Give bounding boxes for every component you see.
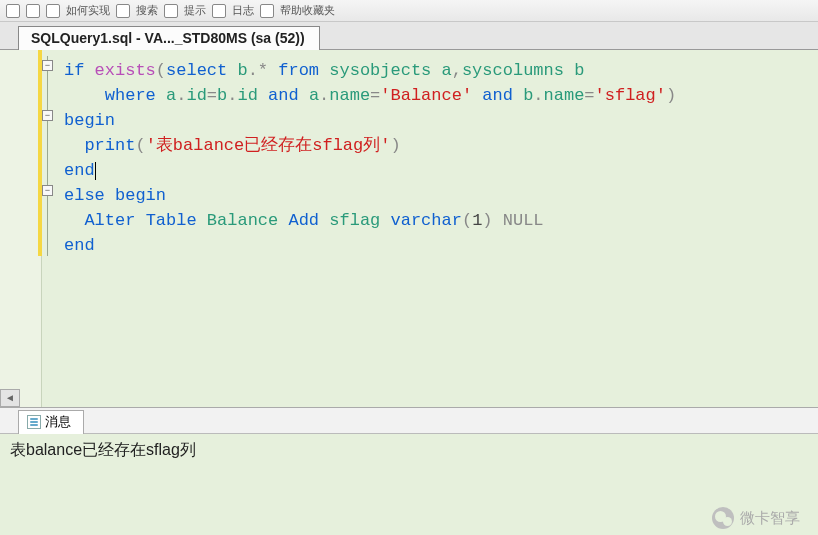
toolbar-icon[interactable] (212, 4, 226, 18)
document-tab[interactable]: SQLQuery1.sql - VA..._STD80MS (sa (52)) (18, 26, 320, 50)
toolbar-icon[interactable] (260, 4, 274, 18)
code-content[interactable]: if exists(select b.* from sysobjects a,s… (42, 50, 818, 407)
toolbar-icon[interactable] (6, 4, 20, 18)
toolbar-label[interactable]: 日志 (232, 3, 254, 18)
tab-title: SQLQuery1.sql - VA..._STD80MS (sa (52)) (31, 30, 305, 46)
toolbar-icon[interactable] (46, 4, 60, 18)
toolbar-label[interactable]: 提示 (184, 3, 206, 18)
messages-tab-label: 消息 (45, 413, 71, 431)
messages-icon (27, 415, 41, 429)
toolbar-icon[interactable] (26, 4, 40, 18)
toolbar-label[interactable]: 帮助收藏夹 (280, 3, 335, 18)
code-editor[interactable]: − − − if exists(select b.* from sysobjec… (0, 50, 818, 408)
watermark-text: 微卡智享 (740, 509, 800, 528)
document-tab-bar: SQLQuery1.sql - VA..._STD80MS (sa (52)) (0, 22, 818, 50)
message-line: 表balance已经存在sflag列 (10, 441, 196, 458)
fold-line (47, 56, 48, 256)
messages-output[interactable]: 表balance已经存在sflag列 微卡智享 (0, 434, 818, 535)
fold-toggle[interactable]: − (42, 110, 53, 121)
toolbar-label[interactable]: 搜索 (136, 3, 158, 18)
fold-toggle[interactable]: − (42, 60, 53, 71)
messages-tab-bar: 消息 (0, 408, 818, 434)
messages-panel: 消息 表balance已经存在sflag列 微卡智享 (0, 408, 818, 535)
toolbar-icon[interactable] (116, 4, 130, 18)
scroll-left-button[interactable]: ◄ (0, 389, 20, 407)
messages-tab[interactable]: 消息 (18, 410, 84, 434)
fold-toggle[interactable]: − (42, 185, 53, 196)
wechat-icon (712, 507, 734, 529)
text-cursor (95, 162, 96, 180)
watermark: 微卡智享 (712, 507, 800, 529)
editor-gutter: − − − (0, 50, 42, 407)
main-toolbar: 如何实现 搜索 提示 日志 帮助收藏夹 (0, 0, 818, 22)
toolbar-label[interactable]: 如何实现 (66, 3, 110, 18)
toolbar-icon[interactable] (164, 4, 178, 18)
